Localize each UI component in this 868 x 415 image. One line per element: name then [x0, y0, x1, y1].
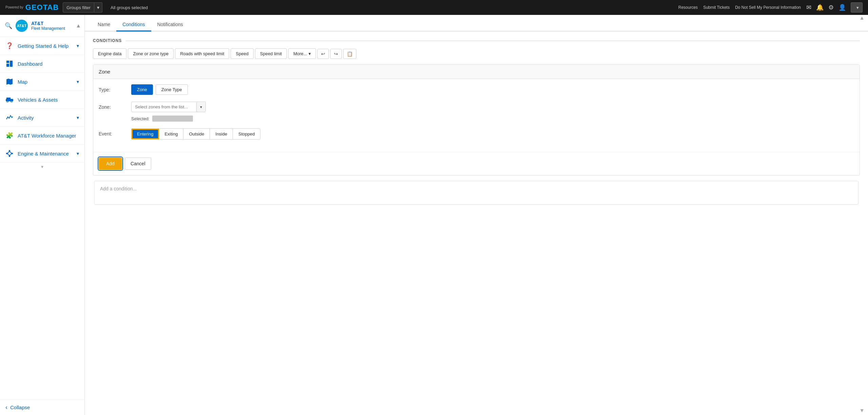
entering-button[interactable]: Entering: [132, 129, 159, 139]
email-icon[interactable]: ✉: [806, 4, 811, 11]
engine-label: Engine & Maintenance: [18, 151, 69, 157]
inside-button[interactable]: Inside: [210, 129, 233, 139]
groups-filter-label: Groups filter: [66, 5, 91, 10]
svg-rect-5: [6, 98, 11, 99]
map-chevron-icon: ▾: [77, 79, 79, 84]
conditions-section-title: CONDITIONS: [93, 38, 860, 43]
speed-button[interactable]: Speed: [231, 48, 254, 59]
sidebar-scroll-up-button[interactable]: ▲: [74, 22, 83, 29]
tab-notifications[interactable]: Notifications: [151, 18, 189, 32]
svg-rect-10: [12, 153, 13, 154]
collapse-label: Collapse: [10, 404, 30, 410]
groups-filter-dropdown-arrow[interactable]: ▾: [94, 2, 102, 13]
sidebar-item-dashboard[interactable]: Dashboard: [0, 55, 84, 73]
type-label: Type:: [99, 84, 126, 92]
copy-button[interactable]: 📋: [343, 49, 356, 59]
workforce-icon: 🧩: [5, 131, 14, 140]
event-label: Event:: [99, 128, 126, 137]
svg-marker-3: [6, 79, 13, 85]
add-button[interactable]: Add: [99, 158, 122, 170]
cancel-button[interactable]: Cancel: [125, 158, 151, 170]
zone-select-input[interactable]: [132, 102, 196, 112]
geotab-brand: GEOTAB: [25, 3, 59, 12]
brand-name: AT&T: [31, 21, 65, 26]
att-logo: AT&T: [16, 20, 28, 32]
submit-tickets-link[interactable]: Submit Tickets: [703, 5, 730, 10]
zone-label: Zone:: [99, 102, 126, 110]
groups-filter-button[interactable]: Groups filter: [63, 2, 94, 13]
zone-type-button[interactable]: Zone: [131, 84, 153, 95]
redo-button[interactable]: ↪: [330, 49, 342, 59]
stopped-button[interactable]: Stopped: [233, 129, 260, 139]
sidebar-item-engine-maintenance[interactable]: Engine & Maintenance ▾: [0, 145, 84, 163]
zone-card-body: Type: Zone Zone Type Zone: ▾: [93, 79, 860, 152]
dashboard-label: Dashboard: [18, 61, 42, 67]
selected-label: Selected:: [131, 116, 150, 121]
tab-bar: Name Conditions Notifications: [85, 18, 868, 32]
type-row: Type: Zone Zone Type: [99, 84, 854, 95]
dashboard-icon: [5, 60, 14, 68]
sidebar-item-vehicles-assets[interactable]: Vehicles & Assets: [0, 91, 84, 109]
top-bar: Powered by GEOTAB Groups filter ▾ All gr…: [0, 0, 868, 15]
att-brand-text: AT&T Fleet Management: [31, 21, 65, 31]
geotab-logo: Powered by GEOTAB: [5, 3, 59, 12]
exiting-button[interactable]: Exiting: [159, 129, 183, 139]
outside-button[interactable]: Outside: [183, 129, 210, 139]
zone-zone-type-button[interactable]: Zone or zone type: [128, 48, 174, 59]
notifications-bell-icon[interactable]: 🔔: [816, 4, 824, 11]
engine-data-button[interactable]: Engine data: [93, 48, 126, 59]
app-layout: 🔍 AT&T AT&T Fleet Management ▲ ❓ Getting…: [0, 15, 868, 415]
sidebar-item-att-workforce[interactable]: 🧩 AT&T Workforce Manager: [0, 127, 84, 145]
svg-point-8: [8, 152, 11, 155]
svg-point-7: [11, 101, 12, 102]
user-chevron-icon: ▾: [856, 5, 859, 10]
roads-speed-limit-button[interactable]: Roads with speed limit: [175, 48, 229, 59]
engine-icon: [5, 149, 14, 158]
sidebar-item-activity[interactable]: Activity ▾: [0, 109, 84, 127]
tab-name[interactable]: Name: [92, 18, 116, 32]
activity-chevron-icon: ▾: [77, 115, 79, 120]
getting-started-chevron-icon: ▾: [77, 43, 79, 48]
all-groups-selected-text: All groups selected: [111, 5, 148, 10]
brand-subtitle: Fleet Management: [31, 26, 65, 31]
tab-conditions[interactable]: Conditions: [116, 18, 151, 32]
search-icon[interactable]: 🔍: [5, 22, 12, 29]
main-content: ▲ Name Conditions Notifications CONDITIO…: [85, 15, 868, 415]
zone-type-type-button[interactable]: Zone Type: [156, 84, 188, 95]
sidebar-item-map[interactable]: Map ▾: [0, 73, 84, 91]
scroll-down-button[interactable]: ▾: [41, 164, 43, 169]
user-menu-button[interactable]: ▾: [851, 2, 863, 13]
top-bar-right: Resources Submit Tickets Do Not Sell My …: [678, 2, 863, 13]
powered-by-text: Powered by: [5, 5, 23, 9]
user-icon[interactable]: 👤: [839, 4, 846, 11]
zone-card-header: Zone: [93, 65, 860, 79]
undo-button[interactable]: ↩: [317, 49, 329, 59]
sidebar: 🔍 AT&T AT&T Fleet Management ▲ ❓ Getting…: [0, 15, 85, 415]
speed-limit-button[interactable]: Speed limit: [255, 48, 287, 59]
scroll-down-indicator: ▾: [0, 163, 84, 171]
content-area: CONDITIONS Engine data Zone or zone type…: [85, 32, 868, 211]
zone-select-arrow-icon[interactable]: ▾: [196, 102, 205, 112]
scroll-down-area: ▼: [859, 408, 865, 414]
more-button[interactable]: More... ▾: [288, 48, 316, 59]
scroll-down-button[interactable]: ▼: [859, 408, 865, 414]
vehicles-label: Vehicles & Assets: [18, 97, 58, 103]
getting-started-icon: ❓: [5, 42, 14, 50]
selected-bar: [152, 116, 193, 122]
svg-rect-11: [9, 150, 10, 151]
do-not-sell-link[interactable]: Do Not Sell My Personal Information: [735, 5, 801, 10]
conditions-toolbar: Engine data Zone or zone type Roads with…: [93, 48, 860, 59]
resources-link[interactable]: Resources: [678, 5, 698, 10]
scroll-up-button[interactable]: ▲: [859, 15, 865, 21]
zone-row: Zone: ▾ Selected:: [99, 102, 854, 122]
svg-point-6: [7, 101, 8, 102]
more-dropdown-icon: ▾: [309, 51, 311, 56]
action-row: Add Cancel: [93, 152, 860, 175]
sidebar-item-getting-started[interactable]: ❓ Getting Started & Help ▾: [0, 37, 84, 55]
sidebar-collapse-button[interactable]: ‹ Collapse: [0, 399, 84, 415]
engine-chevron-icon: ▾: [77, 151, 79, 156]
svg-rect-12: [9, 155, 10, 157]
top-icons: ✉ 🔔 ⚙ 👤 ▾: [806, 2, 863, 13]
top-bar-left: Powered by GEOTAB Groups filter ▾ All gr…: [5, 2, 148, 13]
settings-gear-icon[interactable]: ⚙: [828, 4, 834, 11]
